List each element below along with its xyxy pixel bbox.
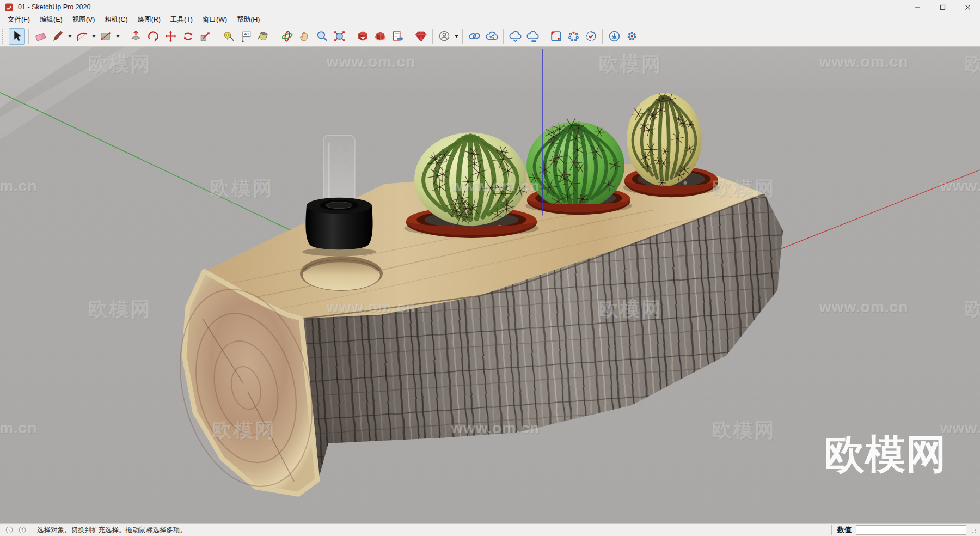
red-axis (772, 170, 980, 252)
text-icon: A1 (240, 29, 253, 43)
toolbar-button-arc[interactable] (74, 28, 90, 45)
toolbar-button-tape[interactable] (220, 28, 237, 45)
log-candle-hole (300, 256, 383, 291)
main-toolbar: A1 (0, 26, 980, 47)
menu-window[interactable]: 窗口(W) (198, 14, 232, 26)
toolbar-button-rotate[interactable] (180, 28, 196, 45)
glass-cup[interactable] (323, 135, 355, 206)
rect-dropdown[interactable] (114, 28, 121, 45)
toolbar-button-orbit[interactable] (279, 28, 295, 45)
toolbar-button-pan[interactable] (296, 28, 313, 45)
toolbar-button-warehouse-box[interactable] (354, 28, 371, 45)
menu-help[interactable]: 帮助(H) (232, 14, 265, 26)
warehouse-box-icon (356, 29, 370, 43)
toolbar-button-paint[interactable] (255, 28, 272, 45)
chevron-down-icon (91, 34, 96, 39)
toolbar-button-node-cluster[interactable] (565, 28, 581, 45)
eraser-icon (34, 29, 47, 43)
account-icon (438, 29, 451, 43)
toolbar-button-settings-gear[interactable] (623, 28, 640, 45)
chevron-down-icon (454, 34, 459, 39)
toolbar-button-link-loops[interactable] (466, 28, 482, 45)
select-icon (10, 29, 24, 43)
line-icon (51, 29, 65, 43)
toolbar-button-layout-export[interactable] (389, 28, 406, 45)
toolbar-button-cloud-equal[interactable] (524, 28, 541, 45)
toolbar-button-scale[interactable] (197, 28, 213, 45)
cloud-equal-icon (526, 29, 540, 43)
chevron-down-icon (115, 34, 120, 39)
menu-tools[interactable]: 工具(T) (166, 14, 198, 26)
toolbar-button-cloud-check[interactable] (507, 28, 523, 45)
toolbar-button-pushpull[interactable] (127, 28, 144, 45)
toolbar-drag-handle[interactable] (2, 29, 6, 44)
maximize-button[interactable] (930, 0, 955, 14)
minimize-button[interactable] (905, 0, 930, 14)
toolbar-separator (217, 29, 217, 44)
rect-icon (99, 29, 113, 43)
minimize-icon (915, 4, 921, 10)
menu-view[interactable]: 视图(V) (68, 14, 100, 26)
layout-export-icon (391, 29, 405, 43)
cloud-check-icon (509, 29, 522, 43)
status-bar: ? 选择对象。切换到扩充选择。拖动鼠标选择多项。 数值 (0, 523, 980, 536)
pan-icon (298, 29, 311, 43)
download-circle-icon (608, 29, 621, 43)
toolbar-separator (544, 29, 544, 44)
resize-grip[interactable] (969, 526, 977, 534)
status-message: 选择对象。切换到扩充选择。拖动鼠标选择多项。 (37, 526, 187, 535)
toolbar-button-account[interactable] (436, 28, 452, 45)
toolbar-button-cloud-share[interactable] (483, 28, 500, 45)
zoomext-icon (333, 29, 346, 43)
toolbar-button-zoomext[interactable] (331, 28, 347, 45)
toolbar-button-warehouse-box-sync[interactable] (372, 28, 388, 45)
toolbar-button-move[interactable] (162, 28, 179, 45)
menu-draw[interactable]: 绘图(R) (133, 14, 166, 26)
settings-gear-icon (625, 29, 639, 43)
paint-icon (257, 29, 271, 43)
toolbar-separator (503, 29, 504, 44)
chevron-down-icon (68, 34, 72, 39)
toolbar-button-rect[interactable] (97, 28, 114, 45)
cactus-3[interactable] (627, 90, 702, 186)
zoom-icon (315, 29, 329, 43)
toolbar-button-viewport-frame[interactable] (548, 28, 564, 45)
tape-icon (222, 29, 236, 43)
toolbar-separator (124, 29, 124, 44)
cactus-2[interactable] (526, 114, 624, 210)
menu-file[interactable]: 文件(F) (3, 14, 35, 26)
viewport[interactable]: 欧模网www.om.cn欧模网www.om.cn欧模网www.om.cn欧模网w… (0, 47, 980, 523)
timer-check-icon (584, 29, 598, 43)
toolbar-separator (28, 29, 29, 44)
line-dropdown[interactable] (66, 28, 73, 45)
menu-bar: 文件(F)编辑(E)视图(V)相机(C)绘图(R)工具(T)窗口(W)帮助(H) (0, 14, 980, 26)
toolbar-button-download-circle[interactable] (606, 28, 622, 45)
toolbar-button-eraser[interactable] (32, 28, 48, 45)
toolbar-button-followme[interactable] (145, 28, 161, 45)
toolbar-separator (462, 29, 463, 44)
help-circle-icon[interactable]: ? (5, 526, 14, 534)
model-scene (0, 47, 980, 523)
account-dropdown[interactable] (453, 28, 460, 45)
toolbar-button-timer-check[interactable] (583, 28, 599, 45)
measurements-input[interactable] (856, 525, 966, 535)
extension-gem-icon (414, 29, 428, 43)
node-cluster-icon (567, 29, 580, 43)
toolbar-button-extension-gem[interactable] (413, 28, 429, 45)
menu-edit[interactable]: 编辑(E) (35, 14, 68, 26)
measurements-label: 数值 (837, 525, 852, 535)
close-button[interactable] (955, 0, 980, 14)
rotate-icon (181, 29, 195, 43)
svg-text:A1: A1 (244, 32, 249, 36)
menu-camera[interactable]: 相机(C) (100, 14, 132, 26)
toolbar-separator (432, 29, 433, 44)
toolbar-button-text[interactable]: A1 (238, 28, 254, 45)
cloud-share-icon (485, 29, 499, 43)
toolbar-button-line[interactable] (50, 28, 66, 45)
toolbar-button-select[interactable] (9, 28, 25, 45)
maximize-icon (940, 4, 946, 10)
geolocation-icon[interactable] (18, 526, 27, 534)
toolbar-separator (351, 29, 351, 44)
toolbar-button-zoom[interactable] (314, 28, 330, 45)
arc-dropdown[interactable] (90, 28, 97, 45)
